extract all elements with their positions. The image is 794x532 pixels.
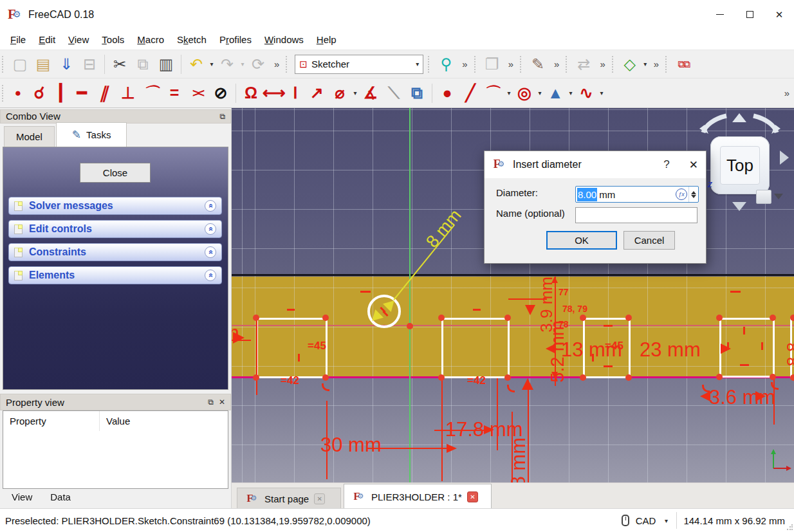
tab-start-page[interactable]: F ⚙ Start page ✕ [237, 488, 341, 509]
nav-style-dropdown[interactable]: ▾ [662, 517, 670, 524]
dimension-30mm[interactable]: 30 mm [320, 434, 382, 457]
constrain-point-on-object-button[interactable]: ☌ [28, 82, 51, 104]
redo-dropdown[interactable]: ▾ [239, 60, 246, 68]
toolbar-handle[interactable] [428, 56, 431, 73]
constrain-angle-button[interactable]: ∡ [359, 82, 382, 104]
dimension-8mm-vertical[interactable]: 8 mm [507, 437, 530, 482]
create-line-button[interactable]: ╱ [459, 82, 482, 104]
vertex-dot[interactable] [790, 374, 794, 381]
sketch-rectangle[interactable] [441, 318, 510, 378]
create-conic-button[interactable]: ▲ [544, 82, 567, 104]
toolbar-handle[interactable] [520, 56, 523, 73]
constraint-label-45[interactable]: =45 [308, 340, 326, 353]
menu-macro[interactable]: Macro [131, 31, 171, 48]
dialog-help-button[interactable]: ? [663, 158, 669, 171]
dimension-8-8mm-clipped[interactable]: 8.8 [784, 342, 794, 367]
constraint-label-42[interactable]: =42 [281, 374, 299, 387]
constraint-label-42[interactable]: =42 [467, 374, 486, 387]
toolbar-overflow[interactable]: » [270, 59, 284, 69]
vertex-dot[interactable] [580, 374, 586, 381]
section-constraints[interactable]: Constraints » [8, 243, 222, 261]
create-arc-button[interactable]: ⌒ [482, 82, 505, 104]
vertex-dot[interactable] [253, 315, 259, 321]
toolbar-handle[interactable] [665, 56, 669, 73]
vertex-dot[interactable] [322, 374, 329, 381]
tab-view[interactable]: View [3, 489, 44, 508]
save-button[interactable]: ⇓ [55, 53, 78, 75]
minimize-button[interactable] [705, 0, 735, 29]
vertex-dot[interactable] [625, 315, 632, 321]
menu-profiles[interactable]: Profiles [213, 31, 258, 48]
constrain-distance-button[interactable]: ↗ [305, 82, 328, 104]
constraint-line[interactable] [256, 318, 257, 395]
bspline-dropdown[interactable]: ▾ [598, 89, 605, 96]
arc-dropdown[interactable]: ▾ [505, 89, 513, 96]
vertex-dot[interactable] [504, 374, 511, 381]
section-solver-messages[interactable]: Solver messages » [8, 197, 222, 215]
toolbar-overflow[interactable]: » [549, 59, 564, 69]
create-point-button[interactable]: ● [436, 82, 459, 104]
close-button[interactable]: ✕ [764, 0, 794, 29]
constrain-symmetric-button[interactable]: >< [186, 82, 209, 104]
toolbar-overflow[interactable]: » [780, 87, 794, 98]
sketcher-extra-button[interactable]: ⧉⧉ [672, 53, 695, 75]
maximize-button[interactable] [735, 0, 764, 29]
ok-button[interactable]: OK [546, 231, 617, 250]
close-tab-icon[interactable]: ✕ [467, 491, 478, 502]
workbench-selector[interactable]: ⊡ Sketcher ▾ [295, 55, 423, 74]
column-property[interactable]: Property [3, 411, 100, 431]
toggle-driving-button[interactable]: ⧉ [405, 82, 429, 104]
vertex-dot[interactable] [790, 315, 794, 321]
constrain-distance-y-button[interactable]: Ⅰ [286, 82, 305, 104]
vertex-dot[interactable] [770, 315, 776, 321]
constrain-tangent-button[interactable]: ⌒ [140, 82, 163, 104]
dimension-23mm[interactable]: 23 mm [640, 338, 701, 362]
constraint-label-78-79[interactable]: 78, 79 [562, 304, 587, 314]
vertex-dot[interactable] [504, 315, 511, 321]
navcube-arrow-down[interactable] [732, 202, 746, 211]
vertex-dot[interactable] [770, 374, 776, 380]
tab-plier3holder[interactable]: F ⚙ PLIER3HOLDER : 1* ✕ [344, 484, 492, 509]
close-task-button[interactable]: Close [80, 163, 151, 183]
diameter-dropdown[interactable]: ▾ [351, 89, 359, 96]
float-dock-icon[interactable]: ⧉ [219, 112, 225, 121]
3d-viewport[interactable]: 8 mm 30 mm 17.8 mm 8 mm 13 mm 23 mm 3.6 … [232, 108, 794, 482]
menu-help[interactable]: Help [310, 31, 343, 48]
origin-point[interactable] [407, 323, 413, 329]
constrain-equal-button[interactable]: = [163, 82, 186, 104]
vertex-dot[interactable] [438, 374, 445, 381]
link-tools-button[interactable]: ⇄ [572, 53, 595, 75]
dimension-clipped-left[interactable]: m [232, 322, 239, 345]
circle-dropdown[interactable]: ▾ [536, 89, 544, 96]
toolbar-handle[interactable] [286, 56, 289, 73]
new-file-button[interactable]: ▢ [8, 53, 32, 75]
vertex-dot[interactable] [580, 315, 586, 321]
menu-windows[interactable]: Windows [258, 31, 310, 48]
collapse-icon[interactable]: » [205, 246, 216, 258]
constrain-vertical-button[interactable]: ┃ [51, 82, 70, 104]
cancel-button[interactable]: Cancel [623, 231, 675, 250]
constrain-lock-button[interactable]: Ω [239, 82, 263, 104]
constrain-block-button[interactable]: ⊘ [209, 82, 232, 104]
collapse-icon[interactable]: » [205, 223, 216, 235]
diameter-value[interactable]: 8.00 [577, 188, 597, 201]
tab-tasks[interactable]: ✎ Tasks [56, 122, 127, 147]
constraint-label-78[interactable]: 78 [559, 319, 569, 329]
float-dock-icon[interactable]: ⧉ [208, 398, 214, 407]
open-file-button[interactable]: ▤ [32, 53, 55, 75]
nav-style-selector[interactable]: CAD [636, 515, 656, 526]
toolbar-handle[interactable] [474, 56, 477, 73]
sketch-top-edge-line[interactable] [232, 274, 794, 276]
collapse-icon[interactable]: » [205, 200, 216, 212]
expression-icon[interactable]: ƒx [676, 188, 687, 200]
constrain-parallel-button[interactable]: ∥ [93, 82, 116, 104]
toolbar-handle[interactable] [566, 56, 569, 73]
toolbar-handle[interactable] [2, 85, 5, 102]
constrain-perpendicular-button[interactable]: ⊥ [116, 82, 140, 104]
vertex-dot[interactable] [716, 315, 723, 321]
toolbar-handle[interactable] [612, 56, 615, 73]
toolbar-overflow[interactable]: » [649, 59, 663, 69]
constrain-horizontal-button[interactable]: ━ [70, 82, 93, 104]
create-circle-button[interactable]: ◎ [513, 82, 536, 104]
navigation-cube[interactable]: Top [710, 136, 770, 194]
